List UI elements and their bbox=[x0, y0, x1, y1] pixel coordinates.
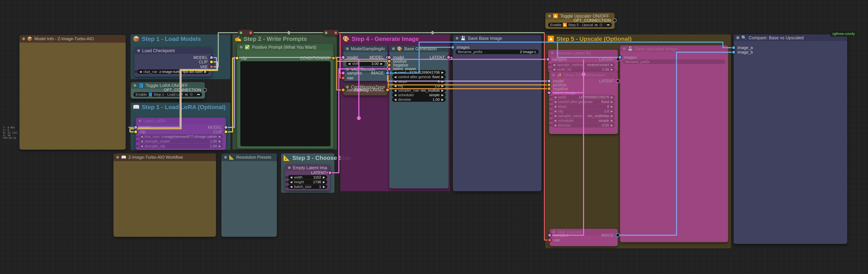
canvas-stats: T: 0.00s I: 0 N: 22 [22] V: 50 FPS:59.52 bbox=[3, 126, 18, 139]
reroute-vae-2[interactable] bbox=[323, 30, 339, 36]
reroute-output-dot[interactable] bbox=[335, 31, 337, 34]
graph-canvas[interactable]: 📦Step 1 - Load Models📖Step 1 - Load LoRA… bbox=[0, 0, 868, 274]
pills-layer bbox=[0, 0, 868, 274]
reroute-vae-1[interactable] bbox=[238, 30, 253, 36]
rgthree-comfy-badge: rgthree-comfy bbox=[830, 31, 857, 36]
reroute-input-dot[interactable] bbox=[240, 31, 242, 34]
reroute-output-dot[interactable] bbox=[249, 31, 252, 34]
reroute-input-dot[interactable] bbox=[325, 31, 328, 34]
